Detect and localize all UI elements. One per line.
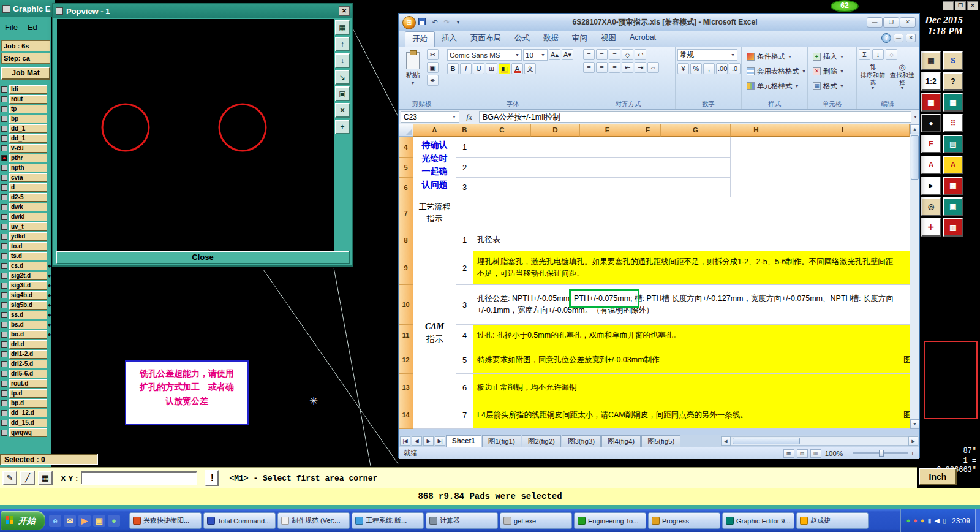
currency-icon[interactable]: ¥	[677, 63, 689, 74]
help-tool-icon[interactable]: ?	[943, 72, 963, 91]
formula-expand-icon[interactable]: ▼	[913, 115, 918, 119]
app-icon[interactable]: ●	[108, 515, 120, 527]
layer-button[interactable]: dd_1	[9, 124, 47, 133]
cell-item-text[interactable]: 埋孔树脂塞孔，激光孔电镀填孔。如果要塞孔的通孔距线间距不足，则拆分成1-2、2-…	[473, 251, 903, 285]
layer-visibility-checkbox[interactable]	[1, 312, 7, 318]
layer-button[interactable]: ts.d	[9, 252, 47, 260]
office-button[interactable]: ⊞	[402, 16, 416, 29]
layer-button[interactable]: to.d	[9, 242, 47, 251]
step-field[interactable]: Step: ca	[1, 53, 50, 64]
layer-visibility-checkbox[interactable]	[1, 175, 7, 181]
group-label[interactable]: 剪贴板	[399, 100, 445, 108]
group-label[interactable]: 样式	[742, 100, 807, 108]
row-header-10[interactable]: 10	[399, 285, 413, 325]
autosum-icon[interactable]: Σ	[859, 49, 870, 60]
layer-button[interactable]: drl2-5.d	[9, 360, 47, 368]
bold-icon[interactable]: B	[447, 63, 459, 74]
cell-item-number[interactable]: 6	[456, 374, 473, 401]
wheel-tool-icon[interactable]: ●	[921, 114, 941, 132]
excel-titlebar[interactable]: ⊞ ↶ ↷ ▼ 6S28107XA0-预审指示.xls [兼容模式] - Mic…	[399, 14, 919, 31]
row-header-11[interactable]: 11	[399, 325, 413, 346]
cell-item-text[interactable]: L4层箭头所指的线距铜皮间距太小，请CAM削铜皮，间距同点亮的另外一条线。	[473, 401, 903, 429]
tab-开始[interactable]: 开始	[405, 31, 435, 47]
pencil-icon[interactable]: ✎	[2, 471, 17, 485]
zoom-slider-thumb[interactable]	[879, 450, 884, 457]
layer-visibility-checkbox[interactable]	[1, 283, 7, 289]
column-header-E[interactable]: E	[580, 124, 635, 137]
layer-button[interactable]: sig3t.d	[9, 281, 47, 290]
task-button[interactable]: Graphic Editor 9...	[722, 512, 794, 529]
scroll-up-icon[interactable]: ▲	[910, 124, 919, 134]
layer-button[interactable]: npth	[9, 164, 47, 172]
layer-button[interactable]: dwk	[9, 203, 47, 211]
mail-icon[interactable]: ✉	[64, 515, 76, 527]
layer-button[interactable]: v-cu	[9, 144, 47, 153]
cell-cam-label[interactable]: CAM 指示	[413, 229, 456, 429]
close-button[interactable]: ✕	[967, 1, 978, 10]
layer-visibility-checkbox[interactable]	[1, 165, 7, 171]
flip-tool-icon[interactable]: F	[921, 135, 941, 153]
row-header-7[interactable]: 7	[399, 197, 413, 229]
task-button[interactable]: 兴森快捷衡阳...	[129, 512, 202, 529]
clear-icon[interactable]: ✕	[335, 103, 350, 118]
borders-icon[interactable]: ⊞	[486, 63, 497, 74]
column-header-D[interactable]: D	[531, 124, 580, 137]
fx-icon[interactable]: fx	[461, 112, 477, 122]
cursor-tool-icon[interactable]: ►	[921, 177, 941, 195]
task-button[interactable]: 制作规范 (Ver:...	[277, 512, 350, 529]
undo-icon[interactable]: ↶	[430, 18, 440, 28]
layer-button[interactable]: d	[9, 183, 47, 192]
column-header-H[interactable]: H	[731, 124, 782, 137]
group-label[interactable]: 单元格	[808, 100, 856, 108]
layer-visibility-checkbox[interactable]	[1, 96, 7, 102]
job-matrix-button[interactable]: Job Mat	[1, 67, 50, 80]
pads-tool-icon[interactable]: ⠿	[943, 114, 963, 132]
usb-icon[interactable]: ▯	[943, 517, 946, 524]
layer-visibility-checkbox[interactable]	[1, 126, 7, 132]
cell-empty[interactable]	[456, 197, 903, 229]
tab-数据[interactable]: 数据	[537, 31, 565, 47]
scale-tool-icon[interactable]: 1:2	[921, 72, 941, 91]
column-header-I[interactable]: I	[782, 124, 903, 137]
sheet-tab-图2(fig2)[interactable]: 图2(fig2)	[522, 435, 561, 447]
pan-diagonal-icon[interactable]: ↘	[335, 70, 350, 85]
sheet-tab-图1(fig1)[interactable]: 图1(fig1)	[482, 435, 521, 447]
cell-item-number[interactable]: 7	[456, 401, 473, 429]
layer-visibility-checkbox[interactable]	[1, 214, 7, 220]
chat-icon[interactable]: ●	[913, 517, 918, 524]
paste-button[interactable]: 粘贴 ▼	[401, 49, 425, 97]
row-header-4[interactable]: 4	[399, 137, 413, 158]
scrollbar-thumb[interactable]	[733, 438, 800, 444]
row-header-12[interactable]: 12	[399, 346, 413, 374]
layer-visibility-checkbox[interactable]	[1, 194, 7, 200]
sheet-tab-Sheet1[interactable]: Sheet1	[446, 435, 481, 447]
zoom-slider[interactable]	[853, 452, 908, 454]
layer-visibility-checkbox[interactable]	[1, 135, 7, 142]
layer-visibility-checkbox[interactable]	[1, 253, 7, 259]
find-select-button[interactable]: ◎ 查找和选择 ▼	[888, 61, 916, 91]
align-top-icon[interactable]: ≡	[583, 49, 595, 60]
cell-empty[interactable]	[731, 137, 903, 197]
column-header-C[interactable]: C	[473, 124, 531, 137]
tray-clock[interactable]: 23:09	[952, 517, 970, 525]
popview-close-icon[interactable]: ✕	[339, 6, 350, 16]
notification-badge[interactable]: 62	[831, 0, 859, 12]
column-header-partial[interactable]	[903, 124, 910, 137]
layer-visibility-checkbox[interactable]	[1, 400, 7, 406]
tab-公式[interactable]: 公式	[508, 31, 537, 47]
align-left-icon[interactable]: ≡	[583, 62, 595, 73]
layer-visibility-checkbox[interactable]	[1, 322, 7, 328]
layer-button[interactable]: bo.d	[9, 330, 47, 339]
grid-red-tool-icon[interactable]: ▦	[921, 93, 941, 112]
minimize-button[interactable]: —	[943, 1, 954, 10]
popview-close-button[interactable]: Close	[56, 251, 350, 264]
delete-cells-button[interactable]: ✕ 删除 ▼	[810, 64, 854, 78]
layer-button[interactable]: tp.d	[9, 389, 47, 398]
cell-b5[interactable]: 2	[456, 158, 473, 178]
layer-button[interactable]: tp	[9, 105, 47, 113]
layer-visibility-checkbox[interactable]	[1, 390, 7, 397]
layer-visibility-checkbox[interactable]	[1, 263, 7, 269]
layer-visibility-checkbox[interactable]	[1, 361, 7, 367]
column-header-F[interactable]: F	[635, 124, 661, 137]
sheet-tab-图5(fig5)[interactable]: 图5(fig5)	[641, 435, 680, 447]
